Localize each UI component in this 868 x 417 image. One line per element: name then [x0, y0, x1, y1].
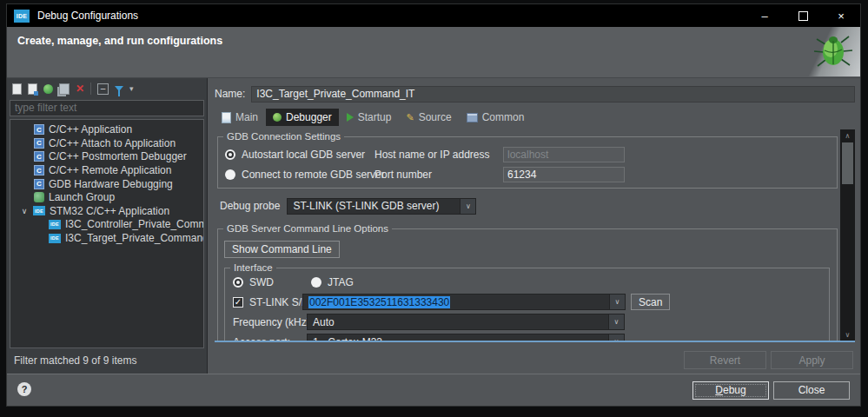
minimize-button[interactable]: – [745, 4, 784, 27]
tab-debugger[interactable]: Debugger [266, 109, 339, 126]
connect-remote-radio[interactable] [225, 169, 235, 180]
sidebar-toolbar: ✕ – ▾ [7, 78, 207, 99]
toolbar-separator [90, 83, 91, 95]
scroll-content: GDB Connection Settings Autostart local … [215, 129, 840, 341]
tree-item-label: STM32 C/C++ Application [50, 205, 169, 217]
startup-tab-icon [347, 113, 354, 122]
tab-main[interactable]: Main [215, 109, 265, 126]
jtag-radio[interactable] [311, 277, 321, 288]
host-input[interactable] [503, 147, 625, 162]
tree-item-gdb-hardware[interactable]: CGDB Hardware Debugging [10, 177, 203, 191]
host-label: Host name or IP address [374, 149, 503, 161]
close-dialog-button[interactable]: Close [773, 381, 850, 400]
scroll-down-icon[interactable]: ∨ [840, 328, 855, 341]
duplicate-configuration-icon[interactable] [59, 83, 70, 95]
access-port-row: Access port: 1 - Cortex-M33 ∨ [225, 332, 829, 341]
filter-match-status: Filter matched 9 of 9 items [7, 351, 207, 374]
port-input[interactable] [503, 167, 625, 182]
swd-radio[interactable] [233, 277, 243, 288]
frequency-combo[interactable]: Auto ∨ [307, 314, 625, 330]
new-configuration-icon[interactable] [12, 83, 22, 95]
chevron-down-icon[interactable]: ∨ [608, 334, 624, 341]
debug-probe-combo[interactable]: ST-LINK (ST-LINK GDB server) ∨ [287, 198, 476, 215]
configuration-name-input[interactable] [251, 86, 855, 103]
scan-button[interactable]: Scan [631, 294, 670, 310]
window-controls: – × [745, 4, 860, 27]
screen: IDE Debug Configurations – × Create, man… [0, 0, 868, 417]
common-tab-icon [467, 113, 478, 122]
filter-box [10, 99, 204, 116]
collapse-all-icon[interactable]: – [97, 83, 109, 95]
revert-button[interactable]: Revert [684, 351, 766, 369]
vertical-scrollbar[interactable]: ∧ ∨ [840, 129, 855, 341]
toolbar-menu-caret-icon[interactable]: ▾ [129, 84, 134, 93]
tree-item-cpp-attach[interactable]: CC/C++ Attach to Application [10, 136, 203, 150]
title-bar[interactable]: IDE Debug Configurations – × [7, 4, 860, 27]
header-banner: Create, manage, and run configurations [7, 27, 860, 78]
delete-configuration-icon[interactable]: ✕ [76, 83, 84, 94]
debug-probe-value: ST-LINK (ST-LINK GDB server) [288, 199, 460, 214]
ide-icon: IDE [49, 234, 61, 243]
tab-startup[interactable]: Startup [340, 109, 399, 126]
apply-button[interactable]: Apply [771, 351, 853, 369]
debugger-tab-icon [273, 113, 282, 122]
help-icon[interactable]: ? [17, 382, 31, 396]
access-port-combo[interactable]: 1 - Cortex-M33 ∨ [307, 334, 625, 341]
launch-group-icon [34, 192, 44, 202]
tree-item-launch-group[interactable]: Launch Group [10, 190, 203, 204]
c-application-icon: C [34, 179, 44, 189]
debug-label-rest: ebug [723, 384, 746, 396]
scrollbar-thumb[interactable] [842, 142, 853, 184]
c-application-icon: C [34, 138, 44, 149]
tree-item-i3c-target[interactable]: IDEI3C_Target_Private_Command_IT [10, 231, 203, 245]
source-tab-icon: ✎ [406, 113, 414, 122]
jtag-label: JTAG [328, 276, 354, 288]
tab-source[interactable]: ✎Source [399, 109, 458, 126]
interface-type-row: SWD JTAG [225, 272, 829, 292]
chevron-down-icon[interactable]: ∨ [609, 295, 625, 309]
port-label: Port number [374, 169, 503, 181]
group-title: Interface [230, 261, 276, 274]
expand-chevron-icon[interactable]: ∨ [20, 207, 29, 215]
chevron-down-icon[interactable]: ∨ [460, 199, 475, 214]
tree-item-cpp-remote[interactable]: CC/C++ Remote Application [10, 163, 203, 177]
autostart-row: Autostart local GDB server Host name or … [218, 144, 837, 164]
close-button[interactable]: × [822, 4, 860, 27]
tree-item-label: GDB Hardware Debugging [49, 178, 173, 190]
chevron-down-icon[interactable]: ∨ [608, 314, 624, 329]
stlink-sn-combo[interactable]: 002F001E3532511631333430 ∨ [302, 294, 626, 310]
autostart-radio[interactable] [225, 149, 235, 160]
tab-label: Startup [358, 111, 392, 123]
ide-icon: IDE [49, 220, 61, 229]
revert-apply-row: Revert Apply [215, 351, 855, 369]
tree-item-label: I3C_Target_Private_Command_IT [65, 232, 204, 244]
stlink-sn-checkbox[interactable]: ✓ [233, 297, 243, 308]
name-label: Name: [215, 88, 245, 100]
maximize-icon [798, 11, 808, 21]
tab-label: Source [419, 111, 452, 123]
maximize-button[interactable] [784, 4, 822, 27]
debug-button[interactable]: Debug [692, 381, 769, 400]
show-command-line-button[interactable]: Show Command Line [224, 241, 340, 258]
tree-item-cpp-postmortem[interactable]: CC/C++ Postmortem Debugger [10, 150, 203, 164]
app-icon: IDE [14, 10, 30, 23]
minimize-icon: – [761, 10, 767, 23]
tree-item-stm32-application[interactable]: ∨IDESTM32 C/C++ Application [10, 204, 203, 218]
export-configurations-icon[interactable] [43, 84, 53, 94]
frequency-label: Frequency (kHz): [233, 316, 307, 328]
access-port-value: 1 - Cortex-M33 [308, 334, 608, 341]
tab-common[interactable]: Common [460, 109, 532, 126]
tree-item-i3c-controller[interactable]: IDEI3C_Controller_Private_Command_IT [10, 218, 203, 232]
filter-icon[interactable] [115, 86, 123, 91]
footer-buttons: Debug Close [692, 381, 850, 400]
scroll-up-icon[interactable]: ∧ [840, 129, 855, 142]
filter-input[interactable] [10, 100, 204, 116]
frequency-row: Frequency (kHz): Auto ∨ [225, 312, 829, 332]
tab-label: Common [482, 111, 525, 123]
c-application-icon: C [34, 151, 44, 162]
debug-configurations-dialog: IDE Debug Configurations – × Create, man… [6, 3, 861, 407]
tree-item-cpp-application[interactable]: CC/C++ Application [10, 123, 203, 137]
close-icon: × [838, 10, 845, 23]
swd-label: SWD [249, 276, 274, 288]
new-prototype-icon[interactable] [28, 83, 37, 95]
